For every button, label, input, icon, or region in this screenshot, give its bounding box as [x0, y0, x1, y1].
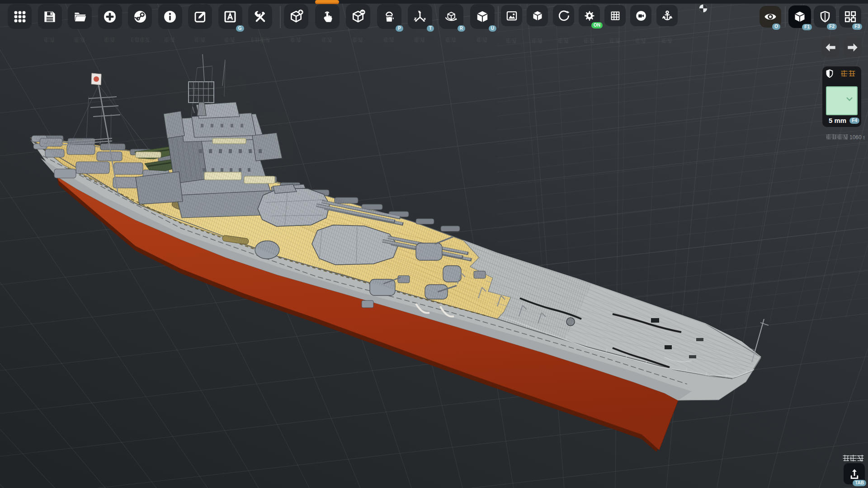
svg-text:1060 s: 1060 s — [849, 134, 865, 140]
